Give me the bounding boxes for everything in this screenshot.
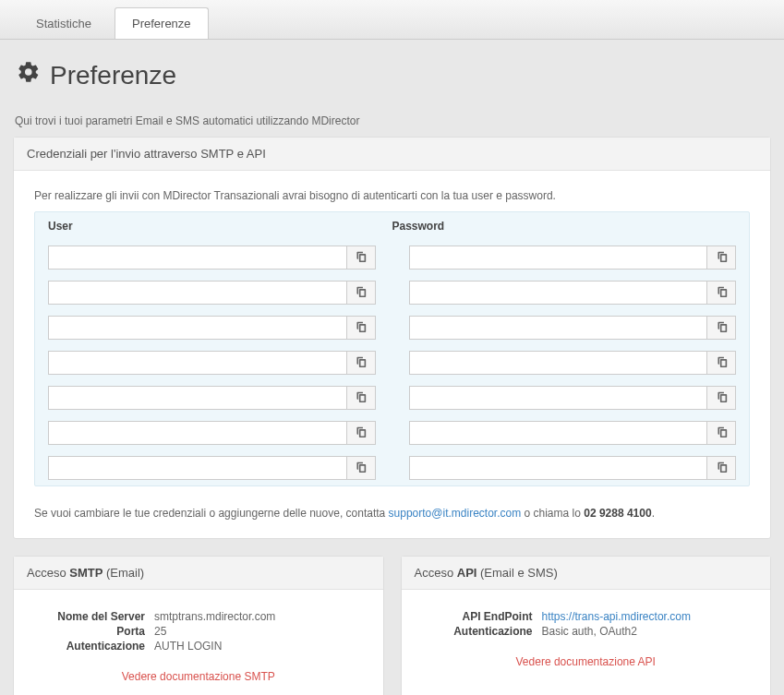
page-title-text: Preferenze [50, 61, 176, 90]
copy-icon [355, 320, 367, 335]
api-auth-label: Autenticazione [422, 625, 542, 638]
credential-row [35, 415, 749, 450]
credential-row [35, 275, 749, 310]
copy-user-button[interactable] [346, 316, 376, 340]
user-input[interactable] [48, 316, 346, 340]
tabbar: Statistiche Preferenze [0, 0, 784, 40]
support-email-link[interactable]: supporto@it.mdirector.com [389, 507, 522, 520]
copy-icon [355, 355, 367, 370]
credentials-panel-header: Credenziali per l'invio attraverso SMTP … [14, 138, 770, 171]
copy-password-button[interactable] [706, 351, 736, 375]
copy-icon [716, 390, 728, 405]
smtp-doc-link[interactable]: Vedere documentazione SMTP [122, 670, 275, 683]
page-title: Preferenze [17, 60, 771, 90]
copy-icon [716, 285, 728, 300]
api-panel: Acceso API (Email e SMS) API EndPoint ht… [401, 556, 772, 695]
copy-password-button[interactable] [706, 316, 736, 340]
smtp-auth-label: Autenticazione [34, 640, 154, 653]
api-doc-link[interactable]: Vedere documentazione API [516, 655, 656, 668]
copy-password-button[interactable] [706, 281, 736, 305]
password-input[interactable] [409, 386, 707, 410]
copy-user-button[interactable] [346, 351, 376, 375]
copy-user-button[interactable] [346, 386, 376, 410]
intro-text: Qui trovi i tuoi parametri Email e SMS a… [13, 107, 771, 137]
copy-icon [716, 461, 728, 475]
password-input[interactable] [409, 281, 707, 305]
copy-user-button[interactable] [346, 421, 376, 445]
col-password-header: Password [392, 220, 737, 233]
password-input[interactable] [409, 421, 707, 445]
copy-icon [355, 250, 367, 265]
api-endpoint-label: API EndPoint [422, 610, 542, 623]
user-input[interactable] [48, 281, 346, 305]
credential-row [35, 450, 749, 485]
credentials-table: User Password [34, 211, 750, 486]
copy-icon [716, 320, 728, 335]
copy-icon [355, 285, 367, 300]
credential-row [35, 310, 749, 345]
copy-password-button[interactable] [706, 246, 736, 270]
credentials-panel: Credenziali per l'invio attraverso SMTP … [13, 137, 771, 539]
copy-icon [355, 390, 367, 405]
smtp-panel: Acceso SMTP (Email) Nome del Server smtp… [13, 556, 384, 695]
api-panel-header: Acceso API (Email e SMS) [402, 557, 771, 590]
smtp-server-value: smtptrans.mdirector.com [154, 610, 275, 623]
tab-statistiche[interactable]: Statistiche [18, 7, 109, 39]
copy-password-button[interactable] [706, 421, 736, 445]
smtp-panel-header: Acceso SMTP (Email) [14, 557, 383, 590]
smtp-auth-value: AUTH LOGIN [154, 640, 222, 653]
api-auth-value: Basic auth, OAuth2 [542, 625, 637, 638]
api-endpoint-link[interactable]: https://trans-api.mdirector.com [542, 610, 691, 623]
credential-row [35, 240, 749, 275]
password-input[interactable] [409, 316, 707, 340]
copy-password-button[interactable] [706, 386, 736, 410]
support-phone: 02 9288 4100 [584, 507, 651, 520]
user-input[interactable] [48, 456, 346, 480]
password-input[interactable] [409, 351, 707, 375]
copy-password-button[interactable] [706, 456, 736, 480]
copy-user-button[interactable] [346, 456, 376, 480]
copy-icon [716, 355, 728, 370]
gear-icon [17, 60, 41, 90]
copy-icon [716, 250, 728, 265]
copy-icon [355, 425, 367, 440]
smtp-port-value: 25 [154, 625, 166, 638]
copy-user-button[interactable] [346, 281, 376, 305]
user-input[interactable] [48, 386, 346, 410]
tab-preferenze[interactable]: Preferenze [115, 7, 209, 39]
user-input[interactable] [48, 351, 346, 375]
user-input[interactable] [48, 246, 346, 270]
smtp-server-label: Nome del Server [34, 610, 154, 623]
credential-row [35, 345, 749, 380]
credentials-footnote: Se vuoi cambiare le tue credenziali o ag… [34, 507, 750, 520]
password-input[interactable] [409, 456, 707, 480]
copy-icon [355, 461, 367, 475]
col-user-header: User [48, 220, 392, 233]
copy-icon [716, 425, 728, 440]
user-input[interactable] [48, 421, 346, 445]
smtp-port-label: Porta [34, 625, 154, 638]
copy-user-button[interactable] [346, 246, 376, 270]
credentials-hint: Per realizzare gli invii con MDirector T… [34, 189, 750, 202]
credential-row [35, 380, 749, 415]
password-input[interactable] [409, 246, 707, 270]
